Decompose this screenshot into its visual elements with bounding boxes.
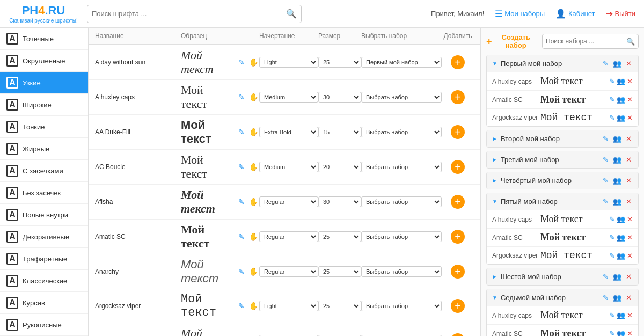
remove-set-font-button[interactable]: ✕ [627,252,633,260]
delete-set-button[interactable]: ✕ [625,273,633,281]
edit-set-button[interactable]: ✎ [602,156,610,164]
sidebar-item-6[interactable]: AС засечками [0,160,88,182]
nav-sets-link[interactable]: ☰ Мои наборы [495,9,545,19]
edit-set-font-button[interactable]: ✎ [609,77,615,85]
font-set-select[interactable]: Выбрать наборПервый мой наборВторой мой … [361,57,442,68]
font-set-select[interactable]: Выбрать наборПервый мой наборВторой мой … [361,266,442,277]
edit-set-button[interactable]: ✎ [602,177,610,185]
font-size-select[interactable]: 10152025303540 [318,127,361,137]
delete-set-button[interactable]: ✕ [625,156,633,164]
share-set-font-button[interactable]: 👥 [617,330,625,336]
share-set-font-button[interactable]: 👥 [617,114,625,122]
remove-set-font-button[interactable]: ✕ [627,96,633,104]
set-group-header[interactable]: ► Четвёртый мой набор ✎ 👥 ✕ [487,172,638,189]
set-group-header[interactable]: ► Шестой мой набор ✎ 👥 ✕ [487,268,638,285]
sidebar-item-11[interactable]: AКлассические [0,270,88,292]
share-set-font-button[interactable]: 👥 [617,215,625,223]
font-set-select[interactable]: Выбрать наборПервый мой наборВторой мой … [361,196,442,207]
add-to-set-button[interactable]: + [451,160,465,174]
share-set-button[interactable]: 👥 [612,60,623,68]
remove-set-font-button[interactable]: ✕ [627,77,633,85]
edit-font-button[interactable]: ✎ [237,127,246,137]
download-font-button[interactable]: ✋ [248,196,259,207]
nav-exit-link[interactable]: ➔ Выйти [606,9,636,19]
edit-font-button[interactable]: ✎ [237,162,246,172]
font-style-select[interactable]: ThinLightRegularMediumBoldExtra Bold [259,92,318,103]
delete-set-button[interactable]: ✕ [625,60,633,68]
edit-font-button[interactable]: ✎ [237,196,246,207]
font-style-select[interactable]: ThinLightRegularMediumBoldExtra Bold [259,57,318,68]
share-set-font-button[interactable]: 👥 [617,96,625,104]
sidebar-item-0[interactable]: AТочечные [0,28,88,50]
edit-font-button[interactable]: ✎ [237,231,246,242]
share-set-font-button[interactable]: 👥 [617,233,625,242]
share-set-button[interactable]: 👥 [612,273,623,281]
font-size-select[interactable]: 10152025303540 [318,301,361,311]
add-to-set-button[interactable]: + [451,195,465,209]
set-group-header[interactable]: ► Третий мой набор ✎ 👥 ✕ [487,151,638,168]
font-size-select[interactable]: 10152025303540 [318,162,361,172]
add-to-set-button[interactable]: + [451,265,465,279]
sidebar-item-10[interactable]: AТрафаретные [0,248,88,270]
download-font-button[interactable]: ✋ [248,231,259,242]
sidebar-item-1[interactable]: AОкругленные [0,50,88,72]
remove-set-font-button[interactable]: ✕ [627,311,633,319]
font-size-select[interactable]: 10152025303540 [318,196,361,207]
delete-set-button[interactable]: ✕ [625,135,633,143]
main-search-input[interactable] [92,10,286,18]
download-font-button[interactable]: ✋ [248,266,259,277]
font-set-select[interactable]: Выбрать наборПервый мой наборВторой мой … [361,92,442,103]
font-set-select[interactable]: Выбрать наборПервый мой наборВторой мой … [361,231,442,242]
add-to-set-button[interactable]: + [451,299,465,313]
edit-set-button[interactable]: ✎ [602,135,610,143]
share-set-font-button[interactable]: 👥 [617,311,625,319]
font-size-select[interactable]: 10152025303540 [318,231,361,242]
set-search-input[interactable] [546,38,626,45]
edit-set-font-button[interactable]: ✎ [609,252,615,260]
share-set-button[interactable]: 👥 [612,198,623,206]
font-style-select[interactable]: ThinLightRegularMediumBoldExtra Bold [259,196,318,207]
font-style-select[interactable]: ThinLightRegularMediumBoldExtra Bold [259,127,318,137]
sidebar-item-7[interactable]: AБез засечек [0,182,88,204]
add-to-set-button[interactable]: + [451,90,465,104]
edit-set-button[interactable]: ✎ [602,294,610,302]
share-set-button[interactable]: 👥 [612,135,623,143]
remove-set-font-button[interactable]: ✕ [627,233,633,242]
font-style-select[interactable]: ThinLightRegularMediumBoldExtra Bold [259,301,318,311]
edit-font-button[interactable]: ✎ [237,266,246,277]
add-to-set-button[interactable]: + [451,55,465,69]
set-group-header[interactable]: ▼ Седьмой мой набор ✎ 👥 ✕ [487,289,638,306]
download-font-button[interactable]: ✋ [248,92,259,103]
sidebar-item-2[interactable]: AУзкие [0,72,88,94]
sidebar-item-5[interactable]: AЖирные [0,138,88,160]
download-font-button[interactable]: ✋ [248,162,259,172]
delete-set-button[interactable]: ✕ [625,177,633,185]
font-set-select[interactable]: Выбрать наборПервый мой наборВторой мой … [361,162,442,172]
share-set-button[interactable]: 👥 [612,156,623,164]
set-group-header[interactable]: ► Второй мой набор ✎ 👥 ✕ [487,130,638,147]
add-to-set-button[interactable]: + [451,230,465,244]
download-font-button[interactable]: ✋ [248,57,259,68]
edit-set-button[interactable]: ✎ [602,198,610,206]
font-set-select[interactable]: Выбрать наборПервый мой наборВторой мой … [361,301,442,311]
font-size-select[interactable]: 10152025303540 [318,92,361,103]
set-group-header[interactable]: ▼ Пятый мой набор ✎ 👥 ✕ [487,193,638,210]
delete-set-button[interactable]: ✕ [625,198,633,206]
sidebar-item-12[interactable]: AКурсив [0,292,88,314]
sidebar-item-13[interactable]: AРукописные [0,314,88,336]
download-font-button[interactable]: ✋ [248,127,259,137]
edit-set-font-button[interactable]: ✎ [609,114,615,122]
font-set-select[interactable]: Выбрать наборПервый мой наборВторой мой … [361,127,442,137]
edit-set-font-button[interactable]: ✎ [609,233,615,242]
edit-set-button[interactable]: ✎ [602,273,610,281]
sidebar-item-9[interactable]: AДекоративные [0,226,88,248]
edit-font-button[interactable]: ✎ [237,301,246,311]
edit-set-font-button[interactable]: ✎ [609,96,615,104]
font-style-select[interactable]: ThinLightRegularMediumBoldExtra Bold [259,162,318,172]
font-size-select[interactable]: 10152025303540 [318,57,361,68]
download-font-button[interactable]: ✋ [248,301,259,311]
edit-set-font-button[interactable]: ✎ [609,215,615,223]
add-to-set-button[interactable]: + [451,333,465,336]
font-style-select[interactable]: ThinLightRegularMediumBoldExtra Bold [259,266,318,277]
font-style-select[interactable]: ThinLightRegularMediumBoldExtra Bold [259,231,318,242]
